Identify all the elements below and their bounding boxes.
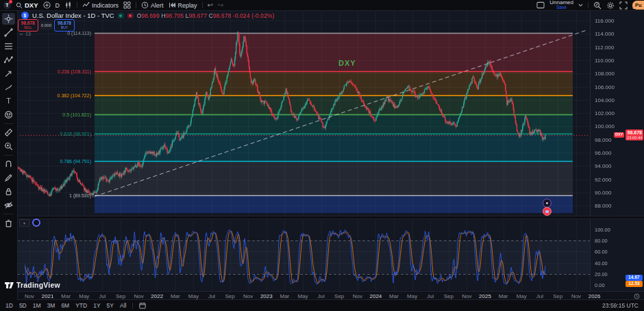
symbol-logo-icon: $ [21,12,29,19]
range-all[interactable]: All [120,302,126,309]
tool-divider [3,155,14,156]
price-tick: 92.000 [595,176,611,182]
price-tick: 110.000 [595,57,614,63]
market-status-open-icon[interactable] [118,13,124,18]
clock-utc[interactable]: 23:59:15 UTC [602,302,639,309]
publish-button[interactable]: Pu [632,1,644,10]
tradingview-logo[interactable]: TradingView [5,281,60,289]
tradingview-app: T DXY D Indicators Alert Replay ↩ ↪ Un [0,0,644,311]
indicator-collapse-button[interactable]: ▾ [19,219,29,227]
time-label: Sep [553,293,562,299]
time-label: 2025 [479,293,491,299]
indicator-icon[interactable] [32,219,40,227]
tool-forecast[interactable] [2,68,15,79]
time-label: Nov [462,293,471,299]
symbol-search-button[interactable]: DXY [16,1,38,9]
timezone-clock-icon[interactable] [634,293,640,299]
settings-gear-icon[interactable] [606,1,615,10]
price-axis[interactable]: 116.000114.000112.000110.000108.000106.0… [591,10,644,218]
range-5y[interactable]: 5Y [107,302,114,309]
save-label: Save [556,5,567,10]
fullscreen-icon[interactable] [619,1,628,10]
tool-magnet[interactable] [2,158,15,170]
range-1m[interactable]: 1M [33,302,41,309]
price-label-value: 98.678 [626,130,643,136]
chevron-down-icon[interactable] [578,3,583,7]
search-icon [16,2,23,9]
quick-search-icon[interactable] [593,1,602,10]
chart-alert-marker-icon[interactable] [543,207,552,216]
market-status-alert-icon[interactable] [127,13,134,18]
price-label-countdown: 23:00:44 [626,136,643,140]
go-to-date-icon[interactable] [139,302,146,309]
tool-emoji[interactable] [2,109,15,121]
low-value: 98.677 [189,12,208,19]
time-label: Mar [499,293,508,299]
panel-layout-icon[interactable] [536,1,545,9]
trade-panel: 98.678 SELL 0.000 98.678 BUY [18,19,75,32]
range-ytd[interactable]: YTD [75,302,87,309]
indicators-button[interactable]: Indicators [82,1,119,9]
alert-button[interactable]: Alert [141,1,164,9]
time-label: Nov [243,293,253,299]
legend-title[interactable]: U.S. Dollar Index - 1D - TVC [32,12,114,19]
eye-icon [4,201,13,210]
change-value: -0.024 (-0.02%) [233,12,275,19]
user-avatar[interactable]: T [3,1,11,9]
undo-button[interactable]: ↩ [208,1,213,9]
tool-crosshair[interactable] [2,13,15,25]
interval-button[interactable]: D [55,2,60,9]
chart-canvas[interactable] [17,10,590,291]
tool-eye[interactable] [2,199,15,211]
range-3m[interactable]: 3M [47,302,55,309]
compare-add-icon[interactable] [43,1,51,9]
emoji-icon [4,110,13,119]
tool-trash[interactable] [2,217,15,229]
alert-label: Alert [151,2,164,9]
spread-value: 0.000 [40,22,53,29]
layout-grid-icon[interactable] [123,1,131,9]
pane-divider[interactable] [17,216,644,219]
tool-text[interactable]: T [2,95,15,107]
bottom-toolbar: 1D5D1M3M6MYTD1Y5YAll 23:59:15 UTC [0,299,644,311]
indicator-tick: 40.00 [595,260,608,266]
tool-trend-line[interactable] [2,27,15,38]
range-5d[interactable]: 5D [19,302,27,309]
object-tree-collapse[interactable]: 13 [19,32,31,36]
brush-icon [4,83,13,92]
time-label: Jul [536,293,543,299]
replay-button[interactable]: Replay [169,1,197,9]
range-1y[interactable]: 1Y [93,302,100,309]
layout-name-widget[interactable]: Unnamed Save [549,0,573,10]
tool-measure[interactable] [2,127,15,138]
tool-divider [3,214,14,214]
stoch-d-value-badge: 12.53 [626,281,643,287]
sell-button[interactable]: 98.678 SELL [18,19,38,32]
price-tick: 104.000 [595,97,615,103]
time-label: Nov [134,293,143,299]
indicator-tick: 0.00 [595,282,605,288]
price-tick: 106.000 [595,84,615,90]
tradingview-logo-text: TradingView [16,281,60,289]
tool-fib-retracement[interactable] [2,40,15,52]
tool-pattern[interactable] [2,54,15,66]
price-tick: 90.000 [595,189,611,195]
price-tick: 116.000 [595,18,614,24]
buy-button[interactable]: 98.678 BUY [54,19,75,32]
price-tick: 98.000 [595,136,611,142]
text-icon: T [4,97,13,105]
tool-edit[interactable] [2,172,15,184]
chart-style-icon[interactable] [64,1,72,9]
range-6m[interactable]: 6M [61,302,69,309]
notification-badge [9,0,12,3]
range-1d[interactable]: 1D [5,302,13,309]
tool-brush[interactable] [2,82,15,93]
top-toolbar: T DXY D Indicators Alert Replay ↩ ↪ Un [0,0,644,11]
tool-zoom-in[interactable] [2,140,15,152]
time-label: May [79,293,89,299]
symbol-search-value: DXY [25,1,38,9]
chart-text-annotation[interactable]: DXY [338,59,356,67]
tool-lock[interactable] [2,186,15,197]
redo-button[interactable]: ↪ [218,1,223,9]
fib-level-label: 0.382 (104.722) [58,92,91,97]
